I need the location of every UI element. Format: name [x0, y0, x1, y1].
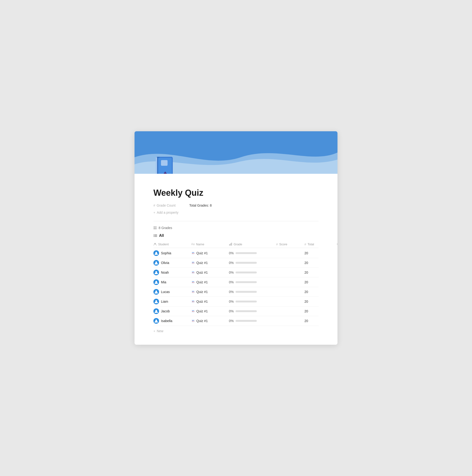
avatar-icon: [154, 319, 158, 323]
grade-cell: 0%: [229, 261, 276, 265]
add-col-icon: +: [336, 242, 338, 246]
avatar-icon: [154, 300, 158, 303]
col-header-name: Aa Name: [191, 242, 229, 246]
svg-rect-8: [155, 226, 156, 228]
quiz-icon: [191, 309, 195, 313]
avatar-icon: [154, 309, 158, 313]
student-name: Isabella: [161, 319, 172, 323]
hash-icon: #: [153, 204, 155, 207]
student-cell: Noah: [153, 270, 191, 275]
page-wrapper: Weekly Quiz # Grade Count Total Grades: …: [134, 131, 338, 345]
name-cell: Quiz #1: [191, 319, 229, 323]
grade-cell: 0%: [229, 319, 276, 323]
grade-count-label: Grade Count: [157, 204, 176, 207]
student-col-icon: [153, 242, 157, 246]
student-cell: Isabella: [153, 318, 191, 324]
total-cell: 20: [304, 251, 333, 255]
name-cell: Quiz #1: [191, 300, 229, 303]
grade-cell: 0%: [229, 271, 276, 274]
progress-bar: [236, 262, 257, 264]
grade-value: 0%: [229, 271, 234, 274]
quiz-icon: [191, 280, 195, 284]
grade-value: 0%: [229, 251, 234, 255]
total-cell: 20: [304, 290, 333, 294]
hero-banner: [134, 131, 338, 174]
total-cell: 20: [304, 261, 333, 265]
student-name: Mia: [161, 280, 166, 284]
grid-icon: [153, 226, 157, 230]
quiz-name: Quiz #1: [196, 300, 208, 303]
quiz-name: Quiz #1: [196, 319, 208, 323]
svg-rect-20: [231, 243, 232, 246]
add-property-button[interactable]: + Add a property: [153, 210, 319, 215]
student-cell: Jacob: [153, 308, 191, 314]
plus-icon: +: [153, 211, 155, 214]
progress-bar: [236, 320, 257, 322]
progress-bar: [236, 310, 257, 312]
col-header-add[interactable]: +: [333, 242, 338, 246]
student-cell: Liam: [153, 299, 191, 304]
quiz-icon: [191, 251, 195, 255]
page-title: Weekly Quiz: [153, 188, 319, 198]
student-avatar: [153, 279, 159, 285]
progress-bar: [236, 301, 257, 303]
quiz-name: Quiz #1: [196, 271, 208, 274]
name-cell: Quiz #1: [191, 290, 229, 294]
student-cell: Mia: [153, 279, 191, 285]
new-row-label: New: [157, 329, 163, 333]
grade-value: 0%: [229, 309, 234, 313]
quiz-name: Quiz #1: [196, 309, 208, 313]
student-avatar: [153, 289, 159, 295]
all-label: All: [159, 234, 164, 238]
col-header-total: # Total: [304, 242, 333, 246]
progress-bar: [236, 291, 257, 293]
grades-table: Student Aa Name Grade # Score: [153, 241, 319, 335]
table-row[interactable]: Noah Quiz #1 0% 20: [153, 268, 319, 277]
student-name: Noah: [161, 271, 169, 274]
student-name: Olivia: [161, 261, 169, 265]
student-avatar: [153, 250, 159, 256]
progress-bar: [236, 272, 257, 273]
quiz-name: Quiz #1: [196, 290, 208, 294]
content-area: Weekly Quiz # Grade Count Total Grades: …: [134, 174, 338, 345]
table-row[interactable]: Isabella Quiz #1 0% 20: [153, 316, 319, 326]
student-cell: Sophia: [153, 250, 191, 256]
grade-value: 0%: [229, 280, 234, 284]
avatar-icon: [154, 280, 158, 284]
student-name: Lucas: [161, 290, 170, 294]
col-header-student: Student: [153, 242, 191, 246]
hash-col-icon-score: #: [276, 242, 278, 246]
quiz-icon: [191, 319, 195, 323]
quiz-icon: [191, 290, 195, 294]
table-row[interactable]: Liam Quiz #1 0% 20: [153, 297, 319, 306]
col-header-score: # Score: [276, 242, 304, 246]
list-icon: [153, 234, 157, 238]
name-cell: Quiz #1: [191, 309, 229, 313]
student-name: Sophia: [161, 251, 171, 255]
new-row-button[interactable]: + New: [153, 327, 319, 335]
name-cell: Quiz #1: [191, 280, 229, 284]
property-row: # Grade Count Total Grades: 8: [153, 204, 319, 207]
svg-rect-9: [154, 228, 155, 229]
avatar-icon: [154, 271, 158, 274]
grade-cell: 0%: [229, 251, 276, 255]
table-row[interactable]: Mia Quiz #1 0% 20: [153, 277, 319, 287]
student-avatar: [153, 299, 159, 304]
student-avatar: [153, 270, 159, 275]
table-row[interactable]: Lucas Quiz #1 0% 20: [153, 287, 319, 297]
student-avatar: [153, 308, 159, 314]
quiz-icon: [191, 300, 195, 303]
student-avatar: [153, 318, 159, 324]
table-row[interactable]: Jacob Quiz #1 0% 20: [153, 306, 319, 316]
book-icon: [153, 153, 177, 174]
divider: [153, 221, 319, 221]
table-row[interactable]: Olivia Quiz #1 0% 20: [153, 258, 319, 268]
col-header-grade: Grade: [229, 242, 276, 246]
grade-value: 0%: [229, 300, 234, 303]
svg-rect-5: [161, 160, 168, 166]
grade-cell: 0%: [229, 300, 276, 303]
svg-rect-4: [156, 157, 157, 174]
table-row[interactable]: Sophia Quiz #1 0% 20: [153, 248, 319, 258]
svg-rect-19: [230, 243, 231, 246]
quiz-name: Quiz #1: [196, 280, 208, 284]
